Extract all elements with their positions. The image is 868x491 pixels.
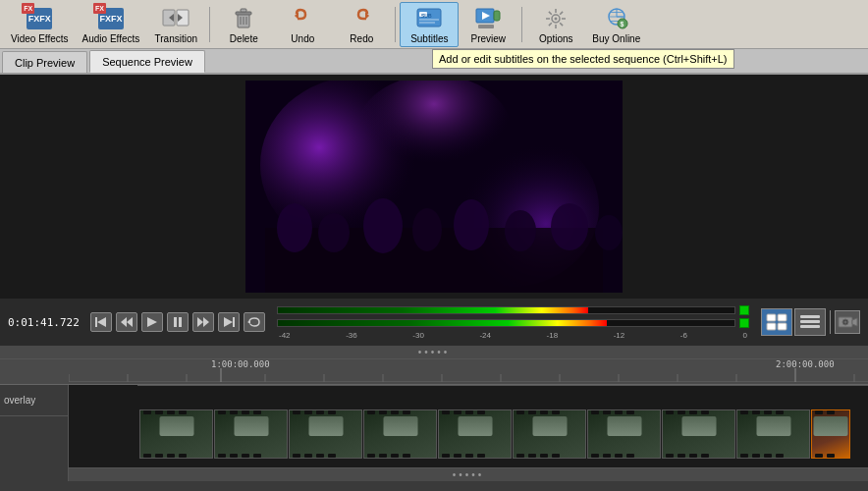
step-forward-button[interactable] [192, 312, 214, 332]
view-controls [761, 308, 860, 336]
undo-button[interactable]: Undo [273, 2, 332, 47]
film-clip-7[interactable] [587, 409, 661, 459]
svg-marker-59 [852, 318, 857, 326]
meter-fill-2 [278, 320, 607, 326]
separator-3 [521, 7, 522, 42]
svg-point-37 [551, 203, 588, 250]
preview-area [0, 75, 868, 299]
timeline-container: ••••• [0, 346, 868, 491]
svg-rect-44 [174, 317, 177, 327]
video-frame [245, 81, 623, 293]
playback-area: 0:01:41.722 -42 [0, 299, 868, 346]
meter-bar-bottom [277, 318, 749, 328]
svg-point-36 [505, 210, 536, 251]
pause-button[interactable] [167, 312, 189, 332]
svg-text:$: $ [620, 21, 624, 28]
film-clip-8[interactable] [662, 409, 735, 459]
filmstrip-scroll-dots: ••••• [69, 467, 868, 481]
film-clip-3[interactable] [289, 409, 362, 459]
film-clip-2[interactable] [214, 409, 288, 459]
svg-rect-53 [767, 323, 776, 330]
svg-point-38 [595, 215, 623, 250]
time-display: 0:01:41.722 [8, 316, 86, 329]
preview-button[interactable]: Preview [459, 2, 517, 47]
svg-marker-43 [147, 317, 157, 327]
delete-icon [230, 5, 257, 32]
svg-marker-42 [127, 317, 133, 327]
to-end-button[interactable] [218, 312, 240, 332]
svg-marker-46 [197, 317, 203, 327]
play-button[interactable] [141, 312, 163, 332]
delete-button[interactable]: Delete [214, 2, 273, 47]
separator-2 [395, 7, 396, 42]
svg-rect-57 [800, 325, 820, 328]
to-start-button[interactable] [90, 312, 112, 332]
track-label-overlay: overlay [0, 385, 68, 416]
svg-marker-47 [203, 317, 209, 327]
subtitles-button[interactable]: SUB Subtitles [400, 2, 459, 47]
svg-rect-55 [800, 315, 820, 318]
svg-marker-41 [121, 317, 127, 327]
svg-text:SUB: SUB [421, 13, 432, 19]
svg-rect-56 [800, 320, 820, 323]
svg-marker-48 [224, 317, 233, 327]
meter-track-2 [277, 319, 735, 327]
toolbar: FX FX Video Effects FX FX Audio Effects [0, 0, 868, 49]
svg-point-33 [363, 198, 403, 253]
timeline-view-button[interactable] [794, 308, 826, 336]
svg-text:1:00:00.000: 1:00:00.000 [211, 359, 270, 369]
redo-icon [348, 5, 375, 32]
film-clip-6[interactable] [513, 409, 586, 459]
video-effects-icon: FX FX [26, 5, 53, 32]
transition-icon [162, 5, 190, 32]
meter-track-1 [277, 306, 735, 314]
step-back-button[interactable] [116, 312, 137, 332]
redo-button[interactable]: Redo [332, 2, 391, 47]
storyboard-view-button[interactable] [761, 308, 792, 336]
film-clip-4[interactable] [363, 409, 437, 459]
meter-peak-2 [739, 318, 749, 328]
svg-rect-49 [233, 317, 235, 327]
svg-rect-45 [179, 317, 182, 327]
svg-rect-19 [478, 25, 494, 28]
svg-rect-54 [778, 323, 787, 330]
subtitles-icon: SUB [415, 5, 443, 32]
svg-rect-39 [95, 317, 97, 327]
tab-clip-preview[interactable]: Clip Preview [2, 51, 87, 73]
film-clip-9[interactable] [736, 409, 810, 459]
preview-icon [474, 5, 502, 32]
options-icon [542, 5, 570, 32]
audio-effects-button[interactable]: FX FX Audio Effects [76, 2, 147, 47]
film-clip-1[interactable] [139, 409, 213, 459]
loop-button[interactable] [244, 312, 265, 332]
track-area: overlay [0, 385, 868, 481]
meter-peak-1 [739, 305, 749, 315]
undo-icon [289, 5, 316, 32]
svg-point-31 [277, 203, 312, 252]
svg-point-35 [454, 199, 489, 250]
svg-text:2:00:00.000: 2:00:00.000 [776, 359, 835, 369]
audio-meter: -42 -36 -30 -24 -18 -12 -6 0 [277, 305, 749, 340]
video-effects-button[interactable]: FX FX Video Effects [4, 2, 76, 47]
timeline-ruler: 1:00:00.000 2:00:00.000 [0, 359, 868, 385]
buy-online-button[interactable]: $ Buy Online [585, 2, 647, 47]
meter-fill-1 [278, 307, 588, 313]
svg-point-22 [555, 17, 558, 20]
subtitles-tooltip: Add or edit subtitles on the selected se… [432, 49, 734, 69]
separator-1 [209, 7, 210, 42]
view-separator [830, 310, 831, 334]
svg-point-32 [318, 213, 350, 252]
svg-rect-20 [494, 11, 500, 21]
film-clip-special[interactable] [811, 409, 850, 459]
camera-view-button[interactable] [835, 310, 860, 334]
transition-button[interactable]: Transition [146, 2, 205, 47]
tab-sequence-preview[interactable]: Sequence Preview [89, 50, 205, 73]
svg-rect-51 [767, 314, 776, 321]
buy-online-icon: $ [603, 5, 630, 32]
meter-bar-top [277, 305, 749, 315]
options-button[interactable]: Options [526, 2, 585, 47]
audio-effects-icon: FX FX [97, 5, 125, 32]
meter-labels: -42 -36 -30 -24 -18 -12 -6 0 [277, 331, 749, 340]
svg-rect-6 [241, 9, 246, 12]
film-clip-5[interactable] [438, 409, 512, 459]
